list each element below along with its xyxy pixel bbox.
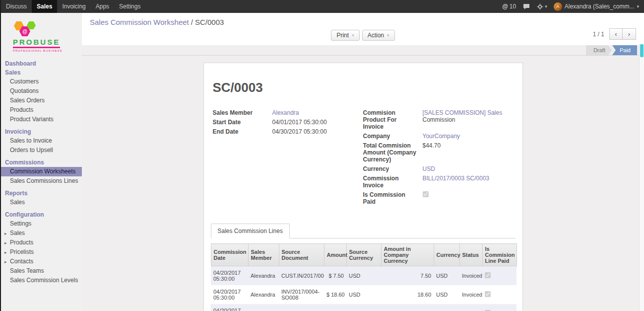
cell-line-paid — [482, 285, 516, 304]
sidebar-item-config-settings[interactable]: Settings — [1, 219, 82, 229]
sidebar-heading-dashboard[interactable]: Dashboard — [1, 59, 82, 68]
cell-currency: USD — [434, 285, 459, 304]
activities-icon: @ — [502, 3, 508, 10]
is-commission-paid-checkbox[interactable] — [423, 191, 429, 197]
cell-source-currency: USD — [346, 285, 381, 304]
sidebar-item-orders-to-upsell[interactable]: Orders to Upsell — [1, 146, 82, 155]
chevron-right-icon: ▸ — [4, 249, 7, 256]
column-header[interactable]: Amount in Company Currency — [381, 244, 434, 266]
pager-value: 1 / 1 — [593, 31, 604, 38]
sidebar-heading-configuration[interactable]: Configuration — [1, 210, 82, 219]
action-buttons: Print ▾ Action ▾ — [331, 30, 394, 41]
breadcrumb-parent-link[interactable]: Sales Commission Worksheet — [90, 18, 189, 26]
activity-count: 10 — [510, 3, 516, 10]
notebook: Sales Commission Lines Commission Date — [211, 224, 515, 311]
company-link[interactable]: YourCompany — [423, 133, 460, 140]
sidebar-heading-commissions[interactable]: Commissions — [1, 158, 82, 167]
scrollbar-thumb[interactable] — [640, 44, 644, 57]
chat-bubble-icon — [523, 3, 530, 10]
chevron-right-icon: ▸ — [4, 258, 7, 266]
pager-previous-button[interactable]: ‹ — [609, 28, 623, 40]
cell-sales-member: Alexandra — [248, 285, 279, 304]
table-row[interactable]: 04/20/2017 10:35:53 Alexandra SO008 $ 18… — [211, 304, 516, 311]
messages-menu[interactable] — [519, 0, 533, 13]
sidebar-heading-invoicing[interactable]: Invoicing — [1, 127, 82, 136]
field-sales-member: Sales Member Alexandra — [213, 109, 363, 116]
debug-menu[interactable]: ▾ — [533, 0, 551, 13]
pager-buttons: ‹ › — [609, 28, 636, 40]
cell-sales-member: Alexandra — [248, 304, 279, 311]
sidebar-item-products[interactable]: Products — [1, 105, 82, 115]
action-button[interactable]: Action ▾ — [362, 30, 395, 41]
sidebar-item-label: Sales — [10, 230, 25, 236]
vertical-scrollbar[interactable] — [639, 44, 644, 311]
user-menu[interactable]: A Alexandra (Sales_comm... ▾ — [551, 2, 642, 11]
sidebar-item-customers[interactable]: Customers — [1, 77, 82, 86]
chevron-right-icon: › — [628, 30, 630, 38]
sidebar-item-sales-orders[interactable]: Sales Orders — [1, 96, 82, 105]
sidebar-item-commission-worksheets[interactable]: Commission Worksheets — [1, 167, 82, 176]
menu-apps[interactable]: Apps — [91, 0, 114, 13]
table-row[interactable]: 04/20/2017 05:30:00 Alexandra INV/2017/0… — [211, 285, 516, 304]
column-header[interactable]: Currency — [434, 244, 459, 266]
print-button[interactable]: Print ▾ — [331, 30, 359, 41]
sidebar-item-reports-sales[interactable]: Sales — [1, 198, 82, 207]
topbar: Discuss Sales Invoicing Apps Settings @ … — [1, 0, 644, 13]
cell-source-document: INV/2017/0004-SO008 — [279, 285, 324, 304]
line-paid-checkbox[interactable] — [485, 291, 491, 297]
chevron-right-icon: ▸ — [4, 230, 7, 237]
field-start-date: Start Date 04/01/2017 05:30:00 — [213, 119, 363, 126]
control-panel-row: Print ▾ Action ▾ 1 / 1 ‹ › — [90, 28, 636, 42]
field-total-commission: Total Commision Amount (Company Currency… — [363, 142, 514, 163]
end-date-value: 04/30/2017 05:30:00 — [272, 128, 363, 135]
activities-menu[interactable]: @ 10 — [499, 0, 519, 13]
field-label: Commission Invoice — [363, 175, 423, 189]
column-header[interactable]: Source Currency — [346, 244, 381, 266]
column-header[interactable]: Sales Member — [248, 244, 279, 266]
sidebar-item-config-pricelists[interactable]: ▸Pricelists — [1, 247, 82, 257]
sidebar-heading-sales[interactable]: Sales — [1, 68, 82, 77]
sidebar-item-quotations[interactable]: Quotations — [1, 86, 82, 96]
column-header[interactable]: Source Document — [279, 244, 324, 266]
total-commission-value: $44.70 — [423, 142, 514, 163]
field-label: Sales Member — [213, 109, 272, 116]
sidebar-item-sales-commissions-lines[interactable]: Sales Commissions Lines — [1, 176, 82, 186]
menu-sales[interactable]: Sales — [32, 0, 57, 13]
column-header[interactable]: Commission Date — [211, 244, 248, 266]
column-header[interactable]: Amount — [324, 244, 346, 266]
status-paid[interactable]: Paid — [612, 45, 637, 55]
sidebar-item-sales-to-invoice[interactable]: Sales to Invoice — [1, 136, 82, 146]
pager-next-button[interactable]: › — [623, 28, 636, 40]
tab-sales-commission-lines[interactable]: Sales Commission Lines — [211, 224, 290, 238]
table-header-row: Commission Date Sales Member Source Docu… — [211, 244, 516, 266]
commission-invoice-link[interactable]: BILL/2017/0003 SC/0003 — [423, 175, 490, 182]
probuse-logo: @ PROBUSE PROFESSIONAL BUSINESS — [1, 13, 82, 58]
cell-status: Invoiced — [459, 266, 482, 286]
field-label: Company — [363, 133, 423, 140]
sidebar-item-config-sales[interactable]: ▸Sales — [1, 229, 82, 238]
menu-invoicing[interactable]: Invoicing — [57, 0, 90, 13]
sidebar-item-config-sales-commission-levels[interactable]: Sales Commission Levels — [1, 276, 82, 285]
table-row[interactable]: 04/20/2017 05:30:00 Alexandra CUST.IN/20… — [211, 266, 516, 286]
currency-link[interactable]: USD — [423, 165, 435, 172]
sidebar-item-product-variants[interactable]: Product Variants — [1, 115, 82, 124]
user-name: Alexandra (Sales_comm... — [565, 3, 635, 10]
commission-product-link[interactable]: [SALES COMMISSION] Sales — [423, 109, 503, 116]
sidebar-item-config-contacts[interactable]: ▸Contacts — [1, 257, 82, 266]
sidebar-item-config-products[interactable]: ▸Products — [1, 238, 82, 247]
line-paid-checkbox[interactable] — [485, 272, 491, 278]
column-header[interactable]: Status — [459, 244, 482, 266]
cell-status: Invoiced — [459, 304, 482, 311]
main-menu: Discuss Sales Invoicing Apps Settings — [1, 0, 145, 13]
chevron-down-icon: ▾ — [545, 4, 547, 9]
cell-currency: USD — [434, 266, 459, 286]
sales-member-link[interactable]: Alexandra — [272, 109, 299, 116]
sidebar-item-config-sales-teams[interactable]: Sales Teams — [1, 266, 82, 276]
sidebar-heading-reports[interactable]: Reports — [1, 189, 82, 198]
column-header[interactable]: Is Commision Line Paid — [482, 244, 516, 266]
status-draft[interactable]: Draft — [586, 45, 612, 55]
field-group-left: Sales Member Alexandra Start Date 04/01/… — [213, 109, 363, 208]
menu-settings[interactable]: Settings — [114, 0, 145, 13]
menu-discuss[interactable]: Discuss — [1, 0, 32, 13]
chevron-left-icon: ‹ — [615, 30, 617, 38]
